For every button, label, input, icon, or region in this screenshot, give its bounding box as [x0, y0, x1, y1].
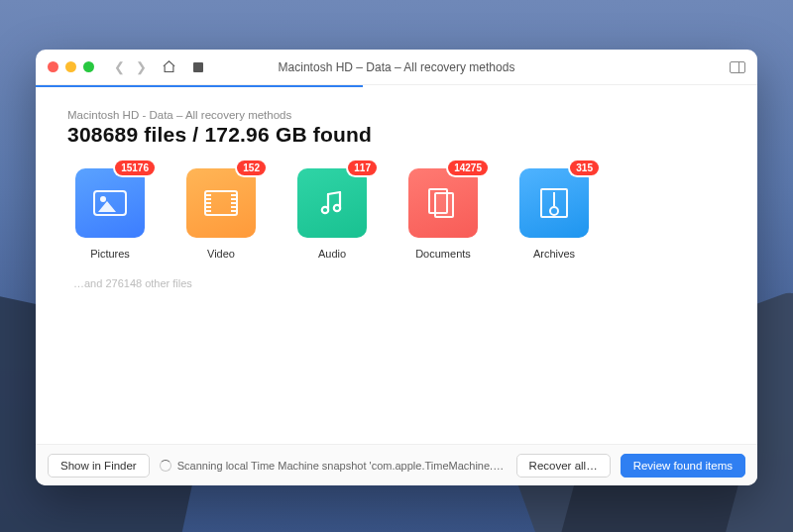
review-found-items-button[interactable]: Review found items [621, 454, 745, 478]
document-icon [428, 188, 458, 218]
category-label: Video [207, 248, 235, 260]
badge-count: 117 [348, 160, 377, 175]
category-documents[interactable]: 14275 Documents [400, 168, 486, 260]
minimize-window-button[interactable] [65, 61, 76, 72]
svg-point-1 [334, 205, 340, 211]
picture-icon [93, 190, 127, 216]
badge-count: 152 [237, 160, 266, 175]
toggle-sidebar-button[interactable] [730, 61, 745, 73]
other-files-text: …and 276148 other files [73, 277, 726, 289]
category-label: Pictures [90, 248, 130, 260]
breadcrumb: Macintosh HD - Data – All recovery metho… [67, 109, 726, 121]
badge-count: 15176 [115, 160, 155, 175]
category-video[interactable]: 152 Video [178, 168, 264, 260]
panel-icon [730, 61, 745, 73]
badge-count: 315 [570, 160, 599, 175]
category-cards: 15176 Pictures 152 Video 117 [67, 168, 726, 260]
spinner-icon [160, 460, 171, 472]
main-content: Macintosh HD - Data – All recovery metho… [36, 87, 757, 444]
category-label: Documents [415, 248, 471, 260]
svg-point-0 [322, 207, 328, 213]
home-button[interactable] [158, 59, 179, 74]
stop-scan-button[interactable] [187, 62, 209, 72]
stop-icon [193, 62, 203, 72]
recover-all-button[interactable]: Recover all… [516, 454, 611, 478]
archive-icon [540, 188, 568, 218]
category-pictures[interactable]: 15176 Pictures [67, 168, 153, 260]
category-audio[interactable]: 117 Audio [289, 168, 375, 260]
zoom-window-button[interactable] [83, 61, 94, 72]
badge-count: 14275 [448, 160, 488, 175]
nav-forward-button[interactable]: ❯ [132, 59, 150, 74]
show-in-finder-button[interactable]: Show in Finder [48, 454, 150, 478]
scan-status: Scanning local Time Machine snapshot 'co… [160, 460, 507, 472]
footer-bar: Show in Finder Scanning local Time Machi… [36, 444, 757, 485]
close-window-button[interactable] [48, 61, 58, 72]
scan-status-text: Scanning local Time Machine snapshot 'co… [177, 460, 507, 472]
category-archives[interactable]: 315 Archives [511, 168, 597, 260]
window-controls [48, 61, 94, 72]
app-window: ❮ ❯ Macintosh HD – Data – All recovery m… [36, 50, 757, 485]
titlebar: ❮ ❯ Macintosh HD – Data – All recovery m… [36, 50, 757, 85]
video-icon [204, 190, 238, 216]
category-label: Audio [318, 248, 346, 260]
category-label: Archives [533, 248, 575, 260]
scan-summary-headline: 308689 files / 172.96 GB found [67, 123, 726, 147]
audio-icon [317, 189, 347, 217]
nav-back-button[interactable]: ❮ [110, 59, 128, 74]
